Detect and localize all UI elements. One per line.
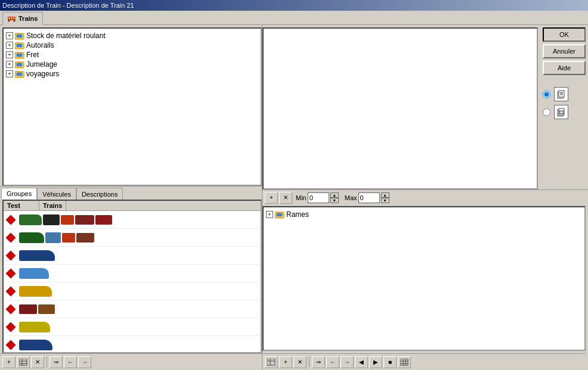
train-row[interactable] xyxy=(4,336,261,352)
right-add-icon: + xyxy=(270,194,273,201)
train-row[interactable] xyxy=(4,229,261,247)
rbt-nav1[interactable]: ⇒ xyxy=(312,356,325,368)
rbt-nav3-icon: → xyxy=(344,359,350,365)
train-row[interactable] xyxy=(4,300,261,318)
table-icon xyxy=(19,359,27,366)
nav-right-button[interactable]: ⇒ xyxy=(49,356,63,368)
bottom-right-container: + Rames xyxy=(262,206,588,371)
rbt-next[interactable]: ▶ xyxy=(369,356,382,368)
nav-right-icon: ⇒ xyxy=(54,359,58,365)
row-diamond xyxy=(4,324,18,331)
row-diamond xyxy=(4,216,18,223)
tab-vehicules[interactable]: Véhicules xyxy=(37,188,76,200)
min-spinner-group: Min ▲ ▼ xyxy=(296,192,339,203)
row-diamond xyxy=(4,270,18,277)
tree-label-stock: Stock de matériel roulant xyxy=(26,32,106,40)
radio-1[interactable] xyxy=(543,91,550,98)
tree-item-fret[interactable]: + Fret xyxy=(6,50,258,60)
train-images-row7 xyxy=(18,321,261,334)
expand-autorails[interactable]: + xyxy=(6,42,13,49)
radio-icon-1 xyxy=(554,87,568,101)
tree-item-stock[interactable]: + Stock de matériel roulant xyxy=(6,31,258,41)
tab-groupes[interactable]: Groupes xyxy=(1,188,37,200)
row-diamond xyxy=(4,306,18,313)
rbt-prev-icon: ◀ xyxy=(359,359,364,365)
train-images-row8 xyxy=(18,338,261,352)
train-row[interactable] xyxy=(4,211,261,229)
folder-voyageurs-icon xyxy=(15,70,24,78)
tree-item-jumelage[interactable]: + Jumelage xyxy=(6,60,258,69)
svg-rect-39 xyxy=(400,359,408,365)
annuler-button[interactable]: Annuler xyxy=(543,44,586,58)
min-arrows: ▲ ▼ xyxy=(330,192,339,203)
title-text: Description de Train - Description de Tr… xyxy=(2,2,134,9)
rbt-grid[interactable] xyxy=(398,356,411,368)
paste-icon xyxy=(556,107,566,117)
train-list-header: Test Trains xyxy=(4,201,261,211)
tab-vehicules-label: Véhicules xyxy=(42,191,71,198)
add-icon: + xyxy=(7,359,11,365)
folder-rames-icon xyxy=(275,210,284,219)
right-add-button[interactable]: + xyxy=(265,192,278,204)
rbt-nav3[interactable]: → xyxy=(341,356,354,368)
train-row[interactable] xyxy=(4,265,261,282)
right-delete-button[interactable]: ✕ xyxy=(279,192,292,204)
train-img-dkred xyxy=(19,304,37,314)
min-down-arrow[interactable]: ▼ xyxy=(330,198,339,203)
nav-forward-icon: → xyxy=(82,359,88,365)
train-img-dkgreen xyxy=(19,232,44,243)
min-input[interactable] xyxy=(308,192,329,203)
table-button[interactable] xyxy=(17,356,30,368)
train-row[interactable] xyxy=(4,282,261,300)
rbt-grid-icon xyxy=(400,359,408,366)
train-list-scroll[interactable] xyxy=(4,211,261,352)
max-up-arrow[interactable]: ▲ xyxy=(381,192,389,198)
aide-button[interactable]: Aide xyxy=(543,61,586,75)
svg-rect-21 xyxy=(19,359,27,365)
rbt-nav2[interactable]: ← xyxy=(326,356,339,368)
radio-area-container xyxy=(543,87,586,119)
train-tab-icon xyxy=(8,15,16,22)
add-button[interactable]: + xyxy=(2,356,16,368)
rbt-add-button[interactable]: + xyxy=(279,356,292,368)
svg-rect-2 xyxy=(11,17,13,19)
ok-button[interactable]: OK xyxy=(543,27,586,42)
action-panel: OK Annuler Aide xyxy=(540,25,588,189)
min-up-arrow[interactable]: ▲ xyxy=(330,192,339,198)
row-diamond xyxy=(4,288,18,295)
rbt-nav2-icon: ← xyxy=(330,359,336,365)
row-diamond xyxy=(4,341,18,349)
max-down-arrow[interactable]: ▼ xyxy=(381,198,389,203)
rbt-icon-1[interactable] xyxy=(265,356,278,368)
title-bar: Description de Train - Description de Tr… xyxy=(0,0,588,11)
tree-item-voyageurs[interactable]: + voyageurs xyxy=(6,69,258,79)
delete-button[interactable]: ✕ xyxy=(31,356,44,368)
delete-icon: ✕ xyxy=(35,359,40,365)
tree-item-autorails[interactable]: + Autorails xyxy=(6,41,258,50)
max-input[interactable] xyxy=(358,192,380,203)
rbt-stop[interactable]: ■ xyxy=(383,356,397,368)
train-row[interactable] xyxy=(4,318,261,336)
right-middle-toolbar: + ✕ Min ▲ ▼ Max ▲ ▼ xyxy=(262,189,588,206)
expand-stock[interactable]: + xyxy=(6,32,13,39)
right-panel: OK Annuler Aide xyxy=(262,25,588,370)
svg-rect-32 xyxy=(559,111,564,114)
separator1 xyxy=(47,357,47,368)
trains-tab[interactable]: Trains xyxy=(2,12,43,25)
trains-tab-label: Trains xyxy=(18,15,38,22)
expand-fret[interactable]: + xyxy=(6,51,13,58)
rbt-next-icon: ▶ xyxy=(373,359,378,365)
expand-voyageurs[interactable]: + xyxy=(6,70,13,77)
rbt-delete-button[interactable]: ✕ xyxy=(293,356,307,368)
rbt-delete-icon: ✕ xyxy=(298,359,302,365)
expand-jumelage[interactable]: + xyxy=(6,61,13,68)
train-row[interactable] xyxy=(4,247,261,265)
expand-rames[interactable]: + xyxy=(266,211,273,218)
nav-forward-button[interactable]: → xyxy=(78,356,91,368)
radio-2[interactable] xyxy=(543,108,550,116)
train-img-maroon2 xyxy=(76,233,94,242)
nav-left-button[interactable]: ← xyxy=(64,356,77,368)
tree-item-rames[interactable]: + Rames xyxy=(266,210,582,219)
rbt-prev[interactable]: ◀ xyxy=(355,356,368,368)
tab-descriptions[interactable]: Descriptions xyxy=(76,188,123,200)
